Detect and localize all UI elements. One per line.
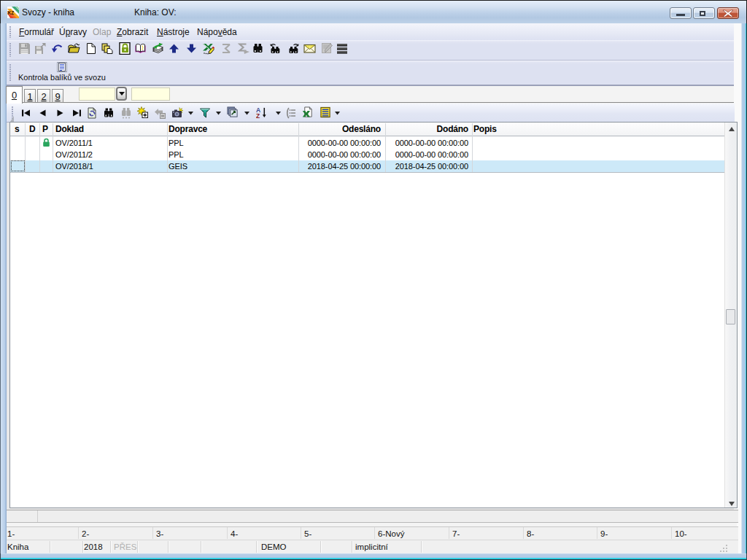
svg-text:Z: Z	[256, 112, 260, 118]
svg-text:KZ: KZ	[8, 10, 15, 15]
